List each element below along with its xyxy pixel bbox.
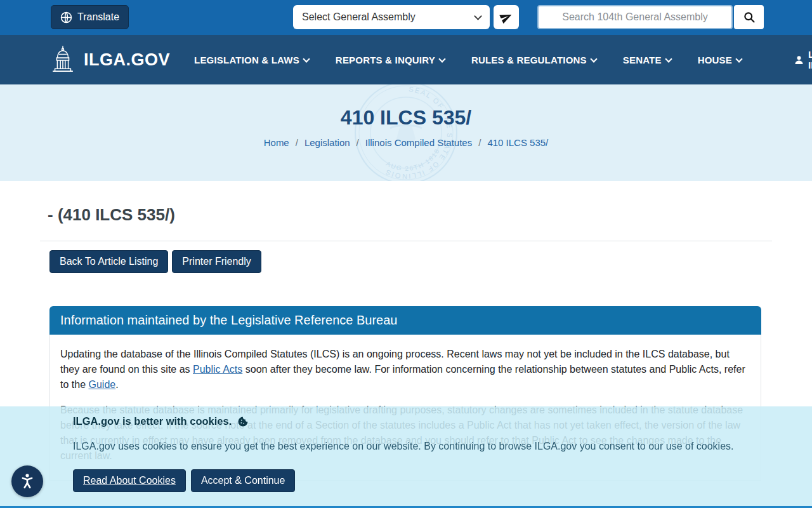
capitol-icon: [49, 45, 76, 74]
globe-icon: [60, 11, 72, 23]
action-buttons: Back To Article Listing Printer Friendly: [49, 250, 772, 273]
read-about-cookies-button[interactable]: Read About Cookies: [73, 469, 186, 492]
send-icon: [498, 9, 515, 26]
go-button[interactable]: [494, 5, 519, 29]
page-header-band: SEAL OF THE STATE OF ILLINOIS AUG 26TH 1…: [0, 84, 812, 181]
breadcrumb-separator: /: [478, 137, 481, 148]
cookie-banner-title: ILGA.gov is better with cookies.: [73, 415, 761, 427]
search-icon: [743, 11, 756, 23]
chevron-down-icon: [474, 12, 482, 20]
public-acts-link[interactable]: Public Acts: [193, 364, 242, 375]
cookie-icon: [237, 416, 249, 427]
breadcrumb-separator: /: [296, 137, 298, 148]
breadcrumb-current[interactable]: 410 ILCS 535/: [487, 137, 548, 148]
breadcrumb-separator: /: [357, 137, 359, 148]
breadcrumb-ilcs[interactable]: Illinois Compiled Statutes: [365, 137, 472, 148]
page-title: 410 ILCS 535/: [0, 84, 812, 130]
nav-item-label: HOUSE: [698, 55, 732, 65]
general-assembly-select-value: Select General Assembly: [302, 11, 416, 23]
general-assembly-select[interactable]: Select General Assembly: [293, 5, 490, 29]
nav-item-label: RULES & REGULATIONS: [471, 55, 587, 65]
ilga-logo[interactable]: ILGA.GOV: [49, 45, 170, 74]
divider: [40, 241, 772, 241]
chevron-down-icon: [303, 55, 310, 62]
nav-item-reports-inquiry[interactable]: REPORTS & INQUIRY: [336, 55, 445, 65]
chevron-down-icon: [590, 55, 597, 62]
cookie-consent-banner: ILGA.gov is better with cookies. ILGA.go…: [0, 406, 812, 508]
chevron-down-icon: [438, 55, 445, 62]
search-group: [537, 5, 764, 29]
user-icon: [794, 55, 804, 65]
breadcrumb: Home/Legislation/Illinois Compiled Statu…: [0, 137, 812, 148]
main-navigation: ILGA.GOV LEGISLATION & LAWS REPORTS & IN…: [0, 35, 812, 84]
nav-item-legislation-laws[interactable]: LEGISLATION & LAWS: [194, 55, 309, 65]
cookie-banner-message: ILGA.gov uses cookies to ensure you get …: [73, 441, 761, 452]
search-button[interactable]: [734, 5, 764, 29]
statute-heading: - (410 ILCS 535/): [48, 205, 772, 225]
nav-menu: LEGISLATION & LAWS REPORTS & INQUIRY RUL…: [194, 49, 812, 70]
nav-item-senate[interactable]: SENATE: [623, 55, 671, 65]
nav-item-label: SENATE: [623, 55, 662, 65]
login-button[interactable]: LOG IN: [794, 49, 812, 70]
accessibility-icon: [18, 472, 37, 491]
translate-button[interactable]: Translate: [51, 5, 129, 29]
info-paragraph-1: Updating the database of the Illinois Co…: [60, 347, 750, 392]
chevron-down-icon: [665, 55, 672, 62]
nav-item-label: LEGISLATION & LAWS: [194, 55, 299, 65]
translate-label: Translate: [77, 11, 119, 23]
brand-text: ILGA.GOV: [84, 50, 170, 70]
login-label: LOG IN: [808, 49, 812, 70]
top-utility-bar: Translate Select General Assembly: [0, 0, 812, 35]
nav-item-rules-regulations[interactable]: RULES & REGULATIONS: [471, 55, 596, 65]
nav-item-house[interactable]: HOUSE: [698, 55, 742, 65]
back-to-article-listing-button[interactable]: Back To Article Listing: [49, 250, 168, 273]
accessibility-widget-button[interactable]: [11, 465, 43, 497]
cookie-title-text: ILGA.gov is better with cookies.: [73, 415, 232, 427]
info-panel-header: Information maintained by the Legislativ…: [49, 306, 761, 335]
breadcrumb-legislation[interactable]: Legislation: [304, 137, 350, 148]
paragraph-text: .: [115, 379, 118, 390]
accept-continue-button[interactable]: Accept & Continue: [191, 469, 296, 492]
search-input[interactable]: [537, 5, 733, 29]
nav-item-label: REPORTS & INQUIRY: [336, 55, 435, 65]
guide-link[interactable]: Guide: [88, 379, 115, 390]
printer-friendly-button[interactable]: Printer Friendly: [172, 250, 261, 273]
breadcrumb-home[interactable]: Home: [264, 137, 289, 148]
cookie-banner-actions: Read About Cookies Accept & Continue: [73, 469, 761, 492]
chevron-down-icon: [735, 55, 742, 62]
